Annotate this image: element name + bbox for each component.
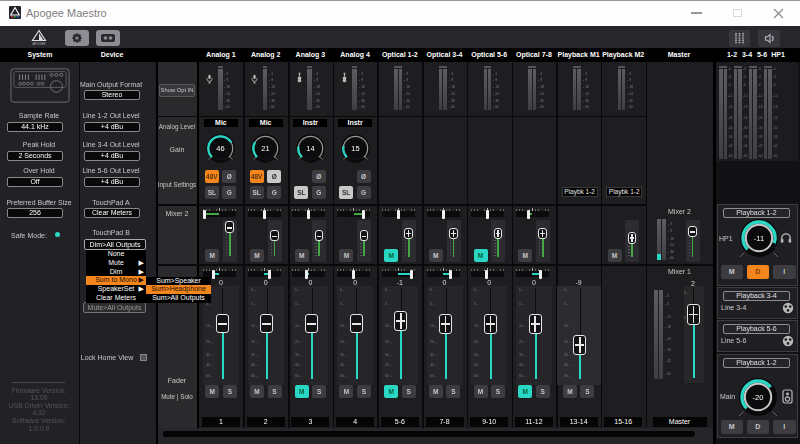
svg-text:15: 15: [351, 144, 359, 153]
svg-text:21: 21: [262, 144, 270, 153]
svg-text:-20: -20: [752, 393, 763, 402]
svg-text:46: 46: [217, 144, 225, 153]
svg-text:APOGEE: APOGEE: [32, 42, 45, 46]
svg-text:-11: -11: [754, 234, 764, 243]
svg-text:14: 14: [306, 144, 314, 153]
